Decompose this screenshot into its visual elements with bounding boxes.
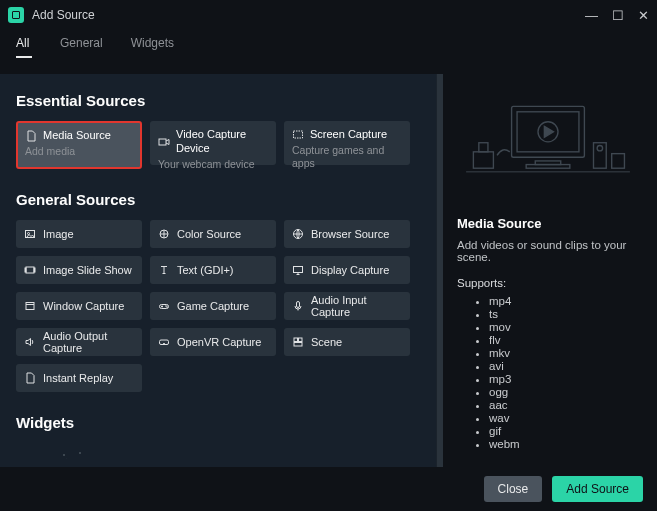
gamepad-icon: [158, 300, 170, 312]
format-item: mp4: [489, 295, 639, 307]
svg-rect-18: [294, 343, 302, 347]
tab-general[interactable]: General: [60, 36, 103, 66]
source-media-source[interactable]: Media Source Add media: [16, 121, 142, 169]
svg-rect-10: [26, 303, 34, 310]
format-item: flv: [489, 334, 639, 346]
video-icon: [158, 136, 170, 148]
source-image-slide-show[interactable]: Image Slide Show: [16, 256, 142, 284]
close-icon[interactable]: ✕: [638, 8, 649, 23]
format-item: wav: [489, 412, 639, 424]
card-title: Media Source: [43, 129, 111, 143]
source-text-gdi-[interactable]: Text (GDI+): [150, 256, 276, 284]
text-icon: [158, 264, 170, 276]
source-audio-input-capture[interactable]: Audio Input Capture: [284, 292, 410, 320]
source-game-capture[interactable]: Game Capture: [150, 292, 276, 320]
source-color-source[interactable]: Color Source: [150, 220, 276, 248]
vr-icon: [158, 336, 170, 348]
window-icon: [24, 300, 36, 312]
format-item: webm: [489, 438, 639, 450]
detail-panel: Media Source Add videos or sound clips t…: [443, 66, 657, 473]
svg-rect-14: [297, 302, 300, 308]
card-sub: Capture games and apps: [292, 144, 402, 170]
supports-label: Supports:: [457, 277, 639, 289]
display-icon: [292, 264, 304, 276]
tab-bar: All General Widgets: [0, 30, 657, 66]
window-title: Add Source: [32, 8, 95, 22]
essential-heading: Essential Sources: [16, 92, 427, 109]
svg-rect-24: [526, 165, 570, 169]
source-label: Game Capture: [177, 300, 249, 312]
general-heading: General Sources: [16, 191, 427, 208]
source-label: Audio Input Capture: [311, 294, 402, 318]
card-sub: Your webcam device: [158, 158, 268, 171]
file-icon: [25, 130, 37, 142]
globe-icon: [292, 228, 304, 240]
source-list-panel: Essential Sources Media Source Add media…: [0, 74, 443, 473]
svg-rect-16: [294, 338, 298, 342]
svg-rect-26: [473, 152, 493, 168]
source-label: Scene: [311, 336, 342, 348]
card-title: Video Capture Device: [176, 128, 268, 156]
source-label: Window Capture: [43, 300, 124, 312]
svg-point-20: [79, 452, 81, 454]
svg-rect-7: [25, 268, 26, 272]
source-label: OpenVR Capture: [177, 336, 261, 348]
image-icon: [24, 228, 36, 240]
source-window-capture[interactable]: Window Capture: [16, 292, 142, 320]
source-openvr-capture[interactable]: OpenVR Capture: [150, 328, 276, 356]
format-item: avi: [489, 360, 639, 372]
svg-rect-9: [294, 267, 303, 273]
supports-list: mp4tsmovflvmkvavimp3oggaacwavgifwebm: [457, 295, 639, 450]
svg-rect-1: [294, 131, 303, 138]
format-item: ts: [489, 308, 639, 320]
mic-icon: [292, 300, 304, 312]
source-instant-replay[interactable]: Instant Replay: [16, 364, 142, 392]
source-label: Audio Output Capture: [43, 330, 134, 354]
maximize-icon[interactable]: ☐: [612, 8, 624, 23]
minimize-icon[interactable]: —: [585, 8, 598, 23]
svg-point-12: [166, 306, 167, 307]
svg-rect-6: [26, 267, 34, 273]
svg-rect-28: [594, 143, 607, 168]
widgets-heading: Widgets: [16, 414, 427, 431]
source-image[interactable]: Image: [16, 220, 142, 248]
scene-icon: [292, 336, 304, 348]
svg-rect-0: [159, 139, 166, 145]
scrollbar-thumb[interactable]: [438, 82, 442, 172]
svg-rect-17: [299, 338, 303, 342]
tab-all[interactable]: All: [16, 36, 32, 66]
speaker-icon: [24, 336, 36, 348]
format-item: ogg: [489, 386, 639, 398]
app-icon: [8, 7, 24, 23]
source-label: Image: [43, 228, 74, 240]
source-audio-output-capture[interactable]: Audio Output Capture: [16, 328, 142, 356]
window-controls: — ☐ ✕: [585, 8, 649, 23]
source-label: Color Source: [177, 228, 241, 240]
add-source-button[interactable]: Add Source: [552, 476, 643, 502]
slideshow-icon: [24, 264, 36, 276]
card-title: Screen Capture: [310, 128, 387, 142]
source-video-capture[interactable]: Video Capture Device Your webcam device: [150, 121, 276, 165]
format-item: gif: [489, 425, 639, 437]
source-label: Text (GDI+): [177, 264, 234, 276]
format-item: mkv: [489, 347, 639, 359]
detail-title: Media Source: [457, 216, 639, 231]
source-screen-capture[interactable]: Screen Capture Capture games and apps: [284, 121, 410, 165]
titlebar: Add Source — ☐ ✕: [0, 0, 657, 30]
card-sub: Add media: [25, 145, 133, 158]
format-item: mov: [489, 321, 639, 333]
tab-widgets[interactable]: Widgets: [131, 36, 174, 66]
svg-point-13: [167, 307, 168, 308]
dialog-footer: Close Add Source: [0, 467, 657, 511]
svg-rect-27: [479, 143, 488, 152]
format-item: aac: [489, 399, 639, 411]
source-label: Image Slide Show: [43, 264, 132, 276]
source-label: Instant Replay: [43, 372, 113, 384]
svg-point-29: [597, 145, 602, 150]
close-button[interactable]: Close: [484, 476, 543, 502]
source-label: Browser Source: [311, 228, 389, 240]
source-scene[interactable]: Scene: [284, 328, 410, 356]
source-browser-source[interactable]: Browser Source: [284, 220, 410, 248]
format-item: mp3: [489, 373, 639, 385]
source-display-capture[interactable]: Display Capture: [284, 256, 410, 284]
